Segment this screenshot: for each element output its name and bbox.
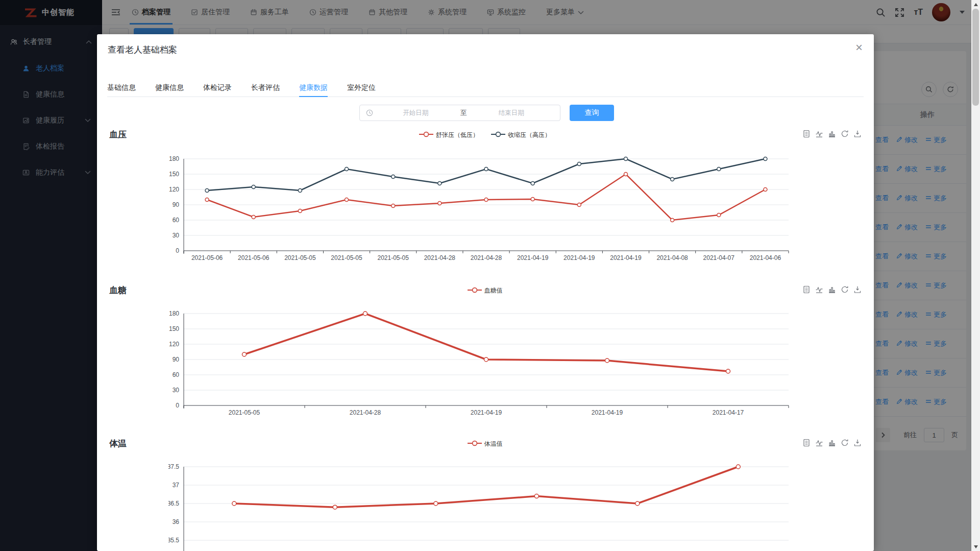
legend-label: 血糖值 <box>484 286 503 295</box>
dialog-title: 查看老人基础档案 <box>108 44 177 56</box>
temperature-chart[interactable]: 37.53736.53635.5 <box>168 459 801 551</box>
glucose-chart[interactable]: 18015012090603002021-05-052021-04-282021… <box>168 305 801 422</box>
scrollbar-thumb[interactable] <box>972 9 979 106</box>
toolbox-download-icon[interactable] <box>853 285 862 294</box>
glucose-chart-title: 血糖 <box>109 284 127 296</box>
svg-text:2021-04-19: 2021-04-19 <box>471 409 502 416</box>
toolbox-restore-icon[interactable] <box>841 439 849 447</box>
svg-text:36.5: 36.5 <box>168 500 179 507</box>
svg-text:90: 90 <box>173 356 180 363</box>
dialog-tab-0[interactable]: 基础信息 <box>107 79 136 97</box>
date-separator: 至 <box>458 108 469 117</box>
svg-text:2021-04-19: 2021-04-19 <box>517 254 549 261</box>
bp-chart-title: 血压 <box>109 129 127 140</box>
toolbox-restore-icon[interactable] <box>841 130 849 138</box>
svg-text:90: 90 <box>173 201 180 208</box>
toolbox-dataview-icon[interactable] <box>802 439 811 447</box>
date-range-input[interactable]: 开始日期 至 结束日期 <box>359 105 560 121</box>
page-scrollbar[interactable] <box>971 0 980 551</box>
svg-text:180: 180 <box>169 155 179 162</box>
glucose-chart-legend: 血糖值 <box>168 283 801 298</box>
svg-text:2021-05-05: 2021-05-05 <box>331 254 362 261</box>
svg-text:150: 150 <box>169 171 179 178</box>
svg-text:2021-05-06: 2021-05-06 <box>238 254 270 261</box>
svg-text:2021-05-05: 2021-05-05 <box>377 254 409 261</box>
svg-text:35.5: 35.5 <box>168 537 179 544</box>
svg-text:2021-04-28: 2021-04-28 <box>350 409 381 416</box>
temperature-chart-header: 体温 体温值 <box>109 437 862 451</box>
clock-icon <box>366 109 373 116</box>
legend-marker-icon <box>468 287 482 295</box>
svg-text:37: 37 <box>173 482 180 489</box>
start-date-placeholder: 开始日期 <box>373 109 458 117</box>
bp-chart-toolbox <box>802 130 862 138</box>
legend-label: 体温值 <box>484 440 503 448</box>
svg-text:0: 0 <box>176 402 179 409</box>
dialog-tab-4[interactable]: 健康数据 <box>299 79 328 97</box>
scroll-down-icon[interactable] <box>971 542 980 551</box>
svg-text:60: 60 <box>173 217 180 224</box>
svg-text:2021-04-19: 2021-04-19 <box>564 254 595 261</box>
temperature-chart-title: 体温 <box>109 438 127 449</box>
svg-text:37.5: 37.5 <box>168 463 179 470</box>
toolbox-linechart-icon[interactable] <box>815 130 823 138</box>
svg-text:2021-05-05: 2021-05-05 <box>229 409 260 416</box>
svg-text:2021-04-08: 2021-04-08 <box>656 254 688 261</box>
glucose-chart-header: 血糖 血糖值 <box>109 283 862 298</box>
bp-chart-header: 血压 舒张压（低压）收缩压（高压） <box>109 128 862 142</box>
svg-text:2021-04-28: 2021-04-28 <box>424 254 456 261</box>
toolbox-dataview-icon[interactable] <box>802 130 811 138</box>
dialog-tab-3[interactable]: 长者评估 <box>251 79 280 97</box>
legend-label: 舒张压（低压） <box>436 131 479 139</box>
dialog-tab-5[interactable]: 室外定位 <box>347 79 376 97</box>
toolbox-dataview-icon[interactable] <box>802 285 811 294</box>
legend-item[interactable]: 血糖值 <box>468 286 503 295</box>
legend-label: 收缩压（高压） <box>508 131 551 139</box>
temperature-chart-legend: 体温值 <box>168 437 801 451</box>
legend-item[interactable]: 舒张压（低压） <box>419 131 479 139</box>
svg-text:2021-05-06: 2021-05-06 <box>191 254 223 261</box>
toolbox-download-icon[interactable] <box>853 130 862 138</box>
dialog-tabs: 基础信息健康信息体检记录长者评估健康数据室外定位 <box>107 79 864 97</box>
dialog-tab-1[interactable]: 健康信息 <box>155 79 184 97</box>
scroll-up-icon[interactable] <box>971 0 980 9</box>
legend-marker-icon <box>419 131 433 139</box>
legend-marker-icon <box>491 131 505 139</box>
toolbox-linechart-icon[interactable] <box>815 285 823 294</box>
close-icon[interactable]: × <box>852 38 866 57</box>
svg-text:180: 180 <box>169 310 179 317</box>
svg-text:30: 30 <box>173 387 180 394</box>
svg-text:2021-04-28: 2021-04-28 <box>471 254 502 261</box>
svg-text:150: 150 <box>169 325 179 332</box>
svg-text:120: 120 <box>169 186 179 193</box>
svg-text:2021-04-19: 2021-04-19 <box>592 409 623 416</box>
toolbox-download-icon[interactable] <box>853 439 862 447</box>
svg-text:2021-05-05: 2021-05-05 <box>284 254 316 261</box>
legend-item[interactable]: 收缩压（高压） <box>491 131 551 139</box>
elder-record-dialog: 查看老人基础档案 × 基础信息健康信息体检记录长者评估健康数据室外定位 开始日期… <box>97 34 874 551</box>
toolbox-linechart-icon[interactable] <box>815 439 823 447</box>
svg-text:0: 0 <box>176 247 179 254</box>
date-filter: 开始日期 至 结束日期 查询 <box>359 105 614 121</box>
end-date-placeholder: 结束日期 <box>469 109 554 117</box>
svg-text:60: 60 <box>173 371 180 378</box>
toolbox-barchart-icon[interactable] <box>828 130 836 138</box>
glucose-chart-toolbox <box>802 285 862 294</box>
svg-text:30: 30 <box>173 232 180 239</box>
svg-text:2021-04-17: 2021-04-17 <box>713 409 744 416</box>
svg-text:2021-04-19: 2021-04-19 <box>610 254 642 261</box>
dialog-tab-2[interactable]: 体检记录 <box>203 79 232 97</box>
legend-marker-icon <box>468 440 482 448</box>
legend-item[interactable]: 体温值 <box>468 440 503 448</box>
temperature-chart-toolbox <box>802 439 862 447</box>
toolbox-barchart-icon[interactable] <box>828 439 836 447</box>
svg-text:2021-04-06: 2021-04-06 <box>750 254 781 261</box>
toolbox-barchart-icon[interactable] <box>828 285 836 294</box>
bp-chart[interactable]: 18015012090603002021-05-062021-05-062021… <box>168 151 801 267</box>
svg-text:120: 120 <box>169 341 179 348</box>
svg-text:2021-04-07: 2021-04-07 <box>703 254 735 261</box>
bp-chart-legend: 舒张压（低压）收缩压（高压） <box>168 128 801 142</box>
svg-text:36: 36 <box>173 518 180 525</box>
toolbox-restore-icon[interactable] <box>841 285 849 294</box>
query-button[interactable]: 查询 <box>570 105 614 121</box>
